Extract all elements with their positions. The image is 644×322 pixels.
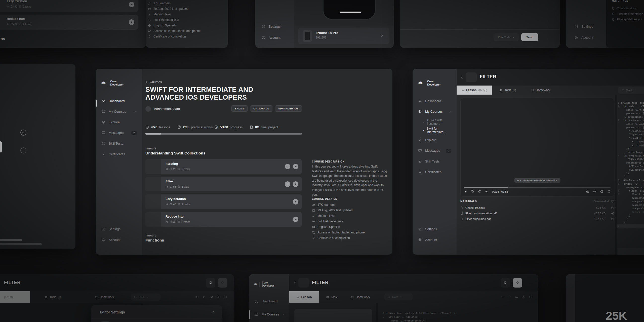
play-lesson-button[interactable] [293, 164, 298, 169]
sidebar-item-account[interactable]: Account [574, 36, 593, 39]
tab-lesson[interactable]: Lesson(07:58) [457, 86, 492, 95]
chat-icon[interactable] [515, 295, 518, 299]
settings-gear-icon[interactable] [522, 295, 525, 299]
sidebar-item-skill-tests[interactable]: Skill Tests [418, 159, 440, 163]
download-icon[interactable] [611, 212, 614, 215]
lesson-row[interactable]: Reduce Into 05:32 2 tasks [0, 15, 138, 30]
sidebar-item-dashboard[interactable]: Dashboard [418, 99, 441, 103]
edge-tab[interactable] [0, 141, 2, 152]
tab-homework[interactable]: Homework [524, 86, 557, 95]
tab-task[interactable]: Task [319, 291, 344, 303]
code-view-icon[interactable] [501, 295, 504, 299]
material-file[interactable]: Check-list.docx [612, 6, 644, 11]
sidebar-item-skill-tests[interactable]: Skill Tests [102, 142, 123, 145]
material-file[interactable]: Filter-documentation.pdf [612, 11, 644, 17]
sidebar-item-my-courses[interactable]: My Courses [418, 110, 442, 113]
tag-optionals[interactable]: OPTIONALS [250, 105, 272, 112]
play-icon[interactable] [464, 190, 467, 193]
fullscreen-icon[interactable] [529, 295, 532, 299]
lesson-row[interactable]: Lazy Iteration 08:40 2 tasks [145, 194, 302, 209]
breadcrumb[interactable]: Courses [145, 80, 162, 84]
chat-icon[interactable] [210, 295, 213, 299]
braces-icon[interactable] [203, 295, 206, 299]
sidebar-item-explore[interactable]: Explore [102, 120, 120, 124]
sidebar-item-my-courses[interactable]: My Courses [255, 312, 279, 316]
language-selector[interactable]: Swift [384, 293, 413, 300]
material-file[interactable]: Filter-guidelines.pdf [612, 17, 644, 22]
download-icon[interactable] [611, 217, 614, 221]
panel-divider[interactable] [376, 303, 378, 322]
braces-icon[interactable] [508, 295, 511, 299]
option-radio[interactable] [20, 147, 26, 153]
play-lesson-button[interactable] [293, 199, 298, 205]
sidebar-item-dashboard[interactable]: Dashboard [255, 299, 278, 303]
tab-lesson[interactable]: Lesson (07:58) [0, 291, 30, 303]
material-file[interactable]: Filter-documentation.pdf 46.25 KB [460, 211, 614, 216]
video-progress-bar[interactable] [464, 187, 611, 188]
back-icon[interactable] [460, 75, 464, 79]
sidebar-item-messages[interactable]: Messages [418, 149, 440, 152]
tab-lesson[interactable]: Lesson [289, 291, 319, 303]
sidebar-item-account[interactable]: Account [102, 238, 120, 242]
code-editor[interactable]: 1 private func applyBuiltInEffect(input:… [382, 311, 538, 322]
tab-homework[interactable]: Homework [344, 291, 377, 303]
option-selected-radio[interactable] [20, 130, 26, 136]
sidebar-item-settings[interactable]: Settings [102, 227, 120, 231]
tab-task[interactable]: Task(1) [36, 291, 69, 303]
sidebar-item-explore[interactable]: Explore [418, 138, 436, 142]
sidebar-subitem-course-1[interactable]: ●iOS & Swift: Become... [423, 118, 457, 126]
progress-bar[interactable] [145, 133, 302, 135]
tab-homework[interactable]: Homework [87, 291, 122, 303]
language-selector[interactable]: Swift [618, 87, 644, 94]
chevron-up-icon[interactable] [282, 313, 285, 316]
material-file[interactable]: Check-list.docx 7.24 KB [460, 205, 614, 211]
tab-task[interactable]: Task(1) [492, 86, 524, 95]
chevron-down-icon[interactable] [133, 110, 136, 113]
bookmark-button[interactable] [206, 278, 215, 288]
run-code-button[interactable]: Run Code [494, 33, 519, 41]
language-selector[interactable]: Swift [131, 294, 160, 301]
code-view-icon[interactable] [195, 295, 199, 299]
sidebar-item-my-courses[interactable]: My Courses [102, 110, 126, 113]
fullscreen-icon[interactable] [224, 295, 227, 299]
play-lesson-button[interactable] [129, 2, 134, 7]
play-lesson-button[interactable] [293, 217, 298, 222]
download-all-button[interactable]: Download all [593, 199, 614, 203]
theme-toggle-button[interactable] [218, 278, 227, 288]
sidebar-item-messages[interactable]: Messages [102, 131, 124, 135]
theme-toggle-button[interactable] [513, 278, 522, 288]
close-icon[interactable]: × [212, 309, 215, 314]
forward-10-icon[interactable] [478, 190, 481, 193]
sidebar-item-settings[interactable]: Settings [574, 25, 593, 28]
send-button[interactable]: Send [521, 33, 538, 41]
sidebar-item-dashboard[interactable]: Dashboard [102, 99, 125, 103]
back-icon[interactable] [293, 281, 297, 285]
play-lesson-button[interactable] [293, 181, 298, 187]
material-file[interactable]: Filter-guidelines.pdf 49.43 KB [460, 216, 614, 222]
volume-icon[interactable] [485, 190, 488, 193]
tag-enums[interactable]: ENUMS [231, 105, 248, 112]
sidebar-item-certificates[interactable]: Certificates [418, 170, 441, 174]
device-selector[interactable]: iPhone 14 Pro 393x852 [298, 28, 389, 44]
lesson-row[interactable]: Iterating 08:20 2 tasks [145, 159, 302, 174]
lesson-row[interactable]: Filter 07:58 1 task [145, 177, 302, 191]
download-icon[interactable] [611, 206, 614, 210]
video-panel[interactable] [294, 309, 372, 322]
fullscreen-icon[interactable] [607, 190, 611, 193]
panel-divider[interactable] [615, 95, 617, 255]
sidebar-item-settings[interactable]: Settings [418, 227, 437, 231]
settings-gear-icon[interactable] [593, 190, 596, 193]
sidebar-item-settings[interactable]: Settings [262, 25, 280, 28]
pip-icon[interactable] [600, 190, 603, 193]
settings-gear-icon[interactable] [217, 295, 220, 299]
sidebar-subitem-course-2[interactable]: ●Swift for Intermediate... [423, 127, 457, 134]
video-player[interactable]: Hi! In this video we will talk about fil… [460, 98, 614, 197]
lesson-row[interactable]: Lazy Iteration 08:40 2 tasks [0, 0, 138, 12]
lesson-row[interactable]: Reduce Into 05:32 2 tasks [145, 212, 302, 227]
tag-advanced-ios[interactable]: ADVANCED IOS [275, 105, 302, 112]
code-editor[interactable]: 1 private func applyBuiltInEffect(input:… [617, 95, 644, 248]
bookmark-button[interactable] [501, 278, 510, 288]
back-icon[interactable] [145, 80, 148, 84]
play-lesson-button[interactable] [129, 19, 134, 25]
sidebar-item-account[interactable]: Account [262, 36, 280, 39]
